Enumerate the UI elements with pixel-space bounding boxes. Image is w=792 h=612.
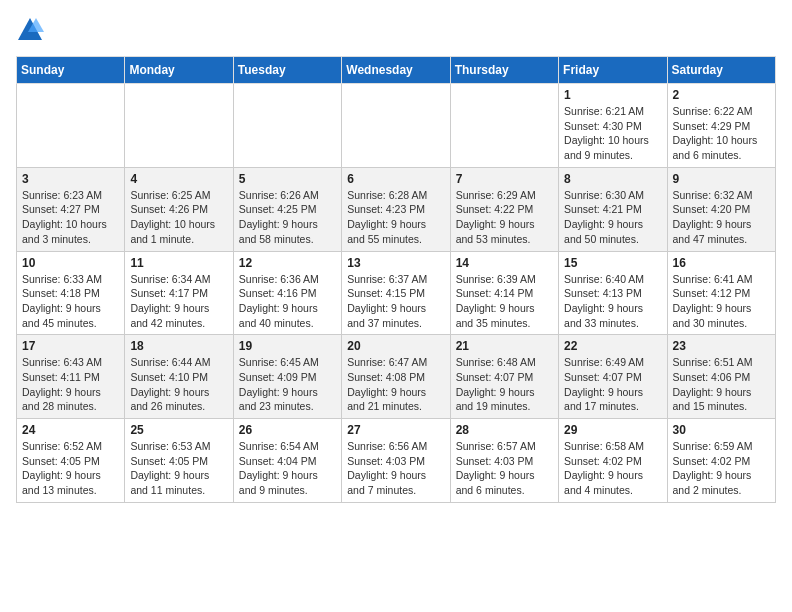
calendar-cell <box>233 84 341 168</box>
day-info: Sunrise: 6:41 AM Sunset: 4:12 PM Dayligh… <box>673 272 770 331</box>
calendar-cell: 16Sunrise: 6:41 AM Sunset: 4:12 PM Dayli… <box>667 251 775 335</box>
day-number: 29 <box>564 423 661 437</box>
day-info: Sunrise: 6:43 AM Sunset: 4:11 PM Dayligh… <box>22 355 119 414</box>
calendar-cell: 3Sunrise: 6:23 AM Sunset: 4:27 PM Daylig… <box>17 167 125 251</box>
day-number: 15 <box>564 256 661 270</box>
day-number: 19 <box>239 339 336 353</box>
day-info: Sunrise: 6:29 AM Sunset: 4:22 PM Dayligh… <box>456 188 553 247</box>
weekday-header: Wednesday <box>342 57 450 84</box>
calendar-cell: 15Sunrise: 6:40 AM Sunset: 4:13 PM Dayli… <box>559 251 667 335</box>
day-info: Sunrise: 6:32 AM Sunset: 4:20 PM Dayligh… <box>673 188 770 247</box>
day-info: Sunrise: 6:56 AM Sunset: 4:03 PM Dayligh… <box>347 439 444 498</box>
calendar-cell: 17Sunrise: 6:43 AM Sunset: 4:11 PM Dayli… <box>17 335 125 419</box>
calendar-week-row: 10Sunrise: 6:33 AM Sunset: 4:18 PM Dayli… <box>17 251 776 335</box>
day-info: Sunrise: 6:39 AM Sunset: 4:14 PM Dayligh… <box>456 272 553 331</box>
calendar-cell: 25Sunrise: 6:53 AM Sunset: 4:05 PM Dayli… <box>125 419 233 503</box>
weekday-header: Saturday <box>667 57 775 84</box>
weekday-header: Thursday <box>450 57 558 84</box>
calendar-week-row: 24Sunrise: 6:52 AM Sunset: 4:05 PM Dayli… <box>17 419 776 503</box>
day-info: Sunrise: 6:45 AM Sunset: 4:09 PM Dayligh… <box>239 355 336 414</box>
calendar-cell: 10Sunrise: 6:33 AM Sunset: 4:18 PM Dayli… <box>17 251 125 335</box>
calendar-cell: 13Sunrise: 6:37 AM Sunset: 4:15 PM Dayli… <box>342 251 450 335</box>
day-number: 25 <box>130 423 227 437</box>
calendar-cell: 29Sunrise: 6:58 AM Sunset: 4:02 PM Dayli… <box>559 419 667 503</box>
day-number: 6 <box>347 172 444 186</box>
calendar-cell: 7Sunrise: 6:29 AM Sunset: 4:22 PM Daylig… <box>450 167 558 251</box>
day-number: 22 <box>564 339 661 353</box>
day-info: Sunrise: 6:57 AM Sunset: 4:03 PM Dayligh… <box>456 439 553 498</box>
calendar-cell: 1Sunrise: 6:21 AM Sunset: 4:30 PM Daylig… <box>559 84 667 168</box>
day-number: 2 <box>673 88 770 102</box>
calendar-cell: 23Sunrise: 6:51 AM Sunset: 4:06 PM Dayli… <box>667 335 775 419</box>
calendar-cell: 12Sunrise: 6:36 AM Sunset: 4:16 PM Dayli… <box>233 251 341 335</box>
calendar-cell <box>342 84 450 168</box>
page-header <box>16 16 776 44</box>
day-number: 26 <box>239 423 336 437</box>
day-info: Sunrise: 6:25 AM Sunset: 4:26 PM Dayligh… <box>130 188 227 247</box>
weekday-header-row: SundayMondayTuesdayWednesdayThursdayFrid… <box>17 57 776 84</box>
calendar-cell: 26Sunrise: 6:54 AM Sunset: 4:04 PM Dayli… <box>233 419 341 503</box>
day-number: 8 <box>564 172 661 186</box>
day-number: 3 <box>22 172 119 186</box>
weekday-header: Tuesday <box>233 57 341 84</box>
calendar-cell: 19Sunrise: 6:45 AM Sunset: 4:09 PM Dayli… <box>233 335 341 419</box>
calendar-cell: 2Sunrise: 6:22 AM Sunset: 4:29 PM Daylig… <box>667 84 775 168</box>
day-info: Sunrise: 6:51 AM Sunset: 4:06 PM Dayligh… <box>673 355 770 414</box>
day-info: Sunrise: 6:53 AM Sunset: 4:05 PM Dayligh… <box>130 439 227 498</box>
day-info: Sunrise: 6:36 AM Sunset: 4:16 PM Dayligh… <box>239 272 336 331</box>
calendar-cell <box>17 84 125 168</box>
day-info: Sunrise: 6:47 AM Sunset: 4:08 PM Dayligh… <box>347 355 444 414</box>
day-number: 9 <box>673 172 770 186</box>
day-info: Sunrise: 6:22 AM Sunset: 4:29 PM Dayligh… <box>673 104 770 163</box>
calendar-cell: 22Sunrise: 6:49 AM Sunset: 4:07 PM Dayli… <box>559 335 667 419</box>
calendar-cell: 21Sunrise: 6:48 AM Sunset: 4:07 PM Dayli… <box>450 335 558 419</box>
day-number: 1 <box>564 88 661 102</box>
day-info: Sunrise: 6:37 AM Sunset: 4:15 PM Dayligh… <box>347 272 444 331</box>
calendar-cell <box>450 84 558 168</box>
day-number: 23 <box>673 339 770 353</box>
day-info: Sunrise: 6:33 AM Sunset: 4:18 PM Dayligh… <box>22 272 119 331</box>
day-number: 11 <box>130 256 227 270</box>
calendar-week-row: 3Sunrise: 6:23 AM Sunset: 4:27 PM Daylig… <box>17 167 776 251</box>
calendar-cell: 11Sunrise: 6:34 AM Sunset: 4:17 PM Dayli… <box>125 251 233 335</box>
calendar-week-row: 17Sunrise: 6:43 AM Sunset: 4:11 PM Dayli… <box>17 335 776 419</box>
day-number: 17 <box>22 339 119 353</box>
calendar-cell: 6Sunrise: 6:28 AM Sunset: 4:23 PM Daylig… <box>342 167 450 251</box>
day-info: Sunrise: 6:40 AM Sunset: 4:13 PM Dayligh… <box>564 272 661 331</box>
calendar-week-row: 1Sunrise: 6:21 AM Sunset: 4:30 PM Daylig… <box>17 84 776 168</box>
calendar-cell: 24Sunrise: 6:52 AM Sunset: 4:05 PM Dayli… <box>17 419 125 503</box>
day-info: Sunrise: 6:34 AM Sunset: 4:17 PM Dayligh… <box>130 272 227 331</box>
calendar-cell: 8Sunrise: 6:30 AM Sunset: 4:21 PM Daylig… <box>559 167 667 251</box>
calendar-cell: 14Sunrise: 6:39 AM Sunset: 4:14 PM Dayli… <box>450 251 558 335</box>
day-info: Sunrise: 6:58 AM Sunset: 4:02 PM Dayligh… <box>564 439 661 498</box>
calendar-cell: 9Sunrise: 6:32 AM Sunset: 4:20 PM Daylig… <box>667 167 775 251</box>
weekday-header: Sunday <box>17 57 125 84</box>
day-number: 7 <box>456 172 553 186</box>
day-number: 12 <box>239 256 336 270</box>
day-info: Sunrise: 6:21 AM Sunset: 4:30 PM Dayligh… <box>564 104 661 163</box>
weekday-header: Friday <box>559 57 667 84</box>
weekday-header: Monday <box>125 57 233 84</box>
calendar-cell: 28Sunrise: 6:57 AM Sunset: 4:03 PM Dayli… <box>450 419 558 503</box>
day-number: 18 <box>130 339 227 353</box>
calendar-cell: 5Sunrise: 6:26 AM Sunset: 4:25 PM Daylig… <box>233 167 341 251</box>
day-info: Sunrise: 6:30 AM Sunset: 4:21 PM Dayligh… <box>564 188 661 247</box>
calendar-cell: 30Sunrise: 6:59 AM Sunset: 4:02 PM Dayli… <box>667 419 775 503</box>
logo-icon <box>16 16 44 44</box>
logo <box>16 16 48 44</box>
day-number: 14 <box>456 256 553 270</box>
calendar-cell: 4Sunrise: 6:25 AM Sunset: 4:26 PM Daylig… <box>125 167 233 251</box>
day-number: 24 <box>22 423 119 437</box>
day-info: Sunrise: 6:23 AM Sunset: 4:27 PM Dayligh… <box>22 188 119 247</box>
day-number: 20 <box>347 339 444 353</box>
day-info: Sunrise: 6:49 AM Sunset: 4:07 PM Dayligh… <box>564 355 661 414</box>
day-number: 21 <box>456 339 553 353</box>
calendar-table: SundayMondayTuesdayWednesdayThursdayFrid… <box>16 56 776 503</box>
day-number: 5 <box>239 172 336 186</box>
day-info: Sunrise: 6:54 AM Sunset: 4:04 PM Dayligh… <box>239 439 336 498</box>
day-info: Sunrise: 6:26 AM Sunset: 4:25 PM Dayligh… <box>239 188 336 247</box>
day-info: Sunrise: 6:48 AM Sunset: 4:07 PM Dayligh… <box>456 355 553 414</box>
calendar-cell: 18Sunrise: 6:44 AM Sunset: 4:10 PM Dayli… <box>125 335 233 419</box>
day-number: 30 <box>673 423 770 437</box>
calendar-cell <box>125 84 233 168</box>
